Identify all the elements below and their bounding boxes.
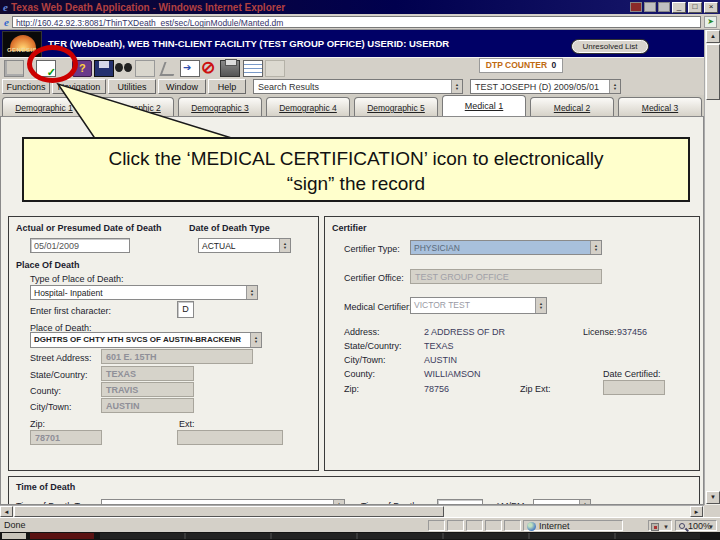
dtp-counter-value: 0 — [551, 60, 556, 70]
menu-window[interactable]: Window — [158, 79, 206, 94]
scroll-up-button[interactable]: ▲ — [706, 30, 720, 43]
transfer-record-icon[interactable] — [180, 60, 200, 77]
ie-logo-icon: e — [3, 1, 8, 13]
minimize-button[interactable]: _ — [672, 2, 686, 13]
close-button[interactable]: × — [704, 2, 718, 13]
spinner-icon[interactable] — [279, 239, 290, 252]
certifier-header: Certifier — [332, 223, 367, 233]
status-cell — [466, 520, 483, 531]
protection-cell[interactable]: ▼ — [648, 520, 672, 531]
scroll-left-button[interactable]: ◄ — [0, 506, 13, 517]
date-of-death-type-select[interactable]: ACTUAL — [198, 238, 291, 253]
blank-icon[interactable] — [135, 60, 155, 77]
zip-ext-label: Zip Ext: — [520, 384, 551, 394]
certifier-type-label: Certifier Type: — [344, 244, 400, 254]
county-value: TRAVIS — [106, 385, 138, 395]
save-icon[interactable] — [94, 60, 114, 77]
place-of-death-value: DGHTRS OF CHTY HTH SVCS OF AUSTIN-BRACKE… — [31, 333, 250, 347]
menu-bar: Functions Navigation Utilities Window He… — [0, 78, 720, 95]
medical-certifier-select[interactable]: VICTOR TEST — [410, 297, 547, 314]
search-results-combo[interactable]: Search Results — [253, 79, 463, 94]
status-cell — [428, 520, 445, 531]
medical-certifier-label: Medical Certifier: — [344, 302, 412, 312]
window-restore-icon[interactable] — [4, 60, 24, 77]
page-icon: e — [4, 16, 9, 28]
workflow-icon[interactable] — [159, 60, 179, 77]
tab-demographic-1[interactable]: Demographic 1 — [2, 97, 86, 116]
find-binoculars-icon[interactable] — [114, 60, 134, 77]
certifier-state-label: State/Country: — [344, 341, 402, 351]
internet-globe-icon — [527, 522, 536, 531]
tab-medical-2[interactable]: Medical 2 — [530, 97, 614, 116]
certifier-type-select[interactable]: PHYSICIAN — [410, 240, 602, 255]
record-select-combo[interactable]: TEST JOSEPH (D) 2009/05/01 — [470, 79, 621, 94]
zoom-cell[interactable]: 100% ▼ — [675, 520, 717, 531]
city-town-field: AUSTIN — [101, 398, 194, 413]
status-cell — [504, 520, 521, 531]
taskbar-strip — [0, 532, 720, 540]
date-of-death-input[interactable]: 05/01/2009 — [30, 238, 130, 253]
tab-medical-3[interactable]: Medical 3 — [618, 97, 702, 116]
tab-medical-1[interactable]: Medical 1 — [442, 95, 526, 116]
browser-window: e Texas Web Death Application - Windows … — [0, 0, 720, 540]
first-char-input[interactable]: D — [177, 301, 194, 318]
maximize-button[interactable]: □ — [688, 2, 702, 13]
certifier-type-value: PHYSICIAN — [411, 241, 590, 254]
horizontal-scroll-thumb[interactable] — [14, 506, 444, 517]
scroll-down-button[interactable]: ▼ — [706, 491, 720, 504]
place-of-death-select[interactable]: DGHTRS OF CHTY HTH SVCS OF AUSTIN-BRACKE… — [30, 332, 262, 348]
scroll-right-button[interactable]: ► — [690, 506, 703, 517]
report-icon[interactable] — [243, 60, 263, 77]
certifier-office-label: Certifier Office: — [344, 273, 404, 283]
place-of-death-header: Place Of Death — [16, 260, 80, 270]
zip-label: Zip: — [30, 419, 45, 429]
title-bar: e Texas Web Death Application - Windows … — [0, 0, 720, 14]
time-of-death-panel: Time of Death Time of Death Type Time of… — [8, 476, 700, 505]
place-type-select[interactable]: Hospital- Inpatient — [30, 285, 258, 300]
spinner-icon[interactable] — [451, 80, 462, 93]
place-of-death-panel: Actual or Presumed Date of Death Date of… — [8, 216, 319, 471]
options-disabled-icon — [265, 60, 285, 77]
titlebar-widget-icon[interactable] — [644, 2, 656, 12]
tab-demographic-4[interactable]: Demographic 4 — [266, 97, 350, 116]
city-town-label: City/Town: — [30, 402, 72, 412]
certifier-address-value: 2 ADDRESS OF DR — [424, 327, 505, 337]
status-cell — [485, 520, 502, 531]
spinner-icon[interactable] — [609, 80, 620, 93]
horizontal-scrollbar[interactable]: ◄ ► — [0, 505, 704, 517]
zone-label: Internet — [539, 521, 570, 531]
vertical-scrollbar[interactable]: ▲ ▼ — [704, 30, 720, 505]
titlebar-widget-icon[interactable] — [630, 2, 642, 12]
license-value: 937456 — [617, 327, 647, 337]
tab-demographic-2[interactable]: Demographic 2 — [90, 97, 174, 116]
street-address-value: 601 E. 15TH — [106, 352, 157, 362]
date-of-death-type-value: ACTUAL — [199, 239, 279, 252]
chevron-down-icon: ▼ — [708, 524, 714, 530]
tab-demographic-5[interactable]: Demographic 5 — [354, 97, 438, 116]
state-country-field: TEXAS — [101, 366, 194, 381]
medical-certification-highlight-circle — [27, 45, 78, 83]
vertical-scroll-thumb[interactable] — [706, 44, 720, 100]
certifier-address-label: Address: — [344, 327, 380, 337]
spinner-icon[interactable] — [250, 333, 261, 347]
spinner-icon[interactable] — [246, 286, 257, 299]
print-icon[interactable] — [220, 60, 240, 77]
cancel-icon[interactable] — [200, 60, 220, 77]
titlebar-widget-icon[interactable] — [658, 2, 670, 12]
url-text: http://160.42.92.3:8081/ThinTXDeath_est/… — [16, 18, 283, 28]
menu-help[interactable]: Help — [208, 79, 246, 94]
certifier-county-value: WILLIAMSON — [424, 369, 481, 379]
spinner-icon[interactable] — [590, 241, 601, 254]
unresolved-list-button[interactable]: Unresolved List — [572, 40, 648, 53]
go-icon[interactable]: ➤ — [704, 16, 717, 28]
spinner-icon[interactable] — [535, 298, 546, 313]
url-input[interactable]: http://160.42.92.3:8081/ThinTXDeath_est/… — [12, 16, 701, 28]
license-label: License: — [583, 327, 617, 337]
date-of-death-value: 05/01/2009 — [34, 241, 79, 251]
window-title: Texas Web Death Application - Windows In… — [11, 2, 628, 13]
tab-bar: Demographic 1 Demographic 2 Demographic … — [0, 95, 704, 116]
street-address-field: 601 E. 15TH — [101, 349, 253, 364]
tab-demographic-3[interactable]: Demographic 3 — [178, 97, 262, 116]
zone-cell: Internet — [523, 520, 623, 531]
menu-utilities[interactable]: Utilities — [108, 79, 156, 94]
